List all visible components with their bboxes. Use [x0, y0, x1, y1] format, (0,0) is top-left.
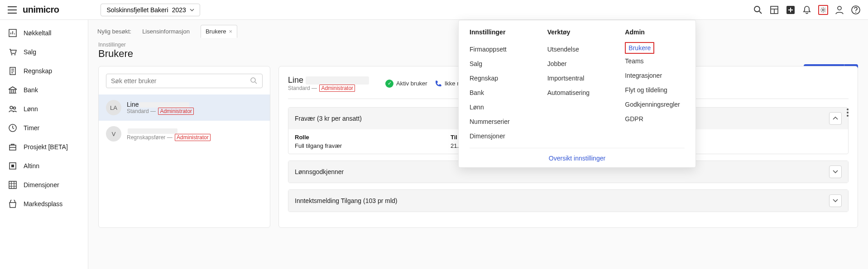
detail-name: Line [288, 76, 369, 85]
svg-point-12 [14, 107, 16, 109]
settings-dropdown: Innstillinger Firmaoppsett Salg Regnskap… [458, 20, 696, 168]
dropdown-link[interactable]: Firmaoppsett [470, 42, 529, 57]
dropdown-link[interactable]: GDPR [625, 112, 685, 126]
cart-icon [8, 48, 17, 56]
logo: unimicro [23, 5, 59, 15]
sidebar-item-nokkeltall[interactable]: Nøkkeltall [0, 24, 88, 42]
dropdown-col-title: Admin [625, 28, 685, 36]
svg-point-20 [847, 112, 849, 113]
dropdown-link[interactable]: Flyt og tildeling [625, 83, 685, 97]
search-input[interactable] [111, 77, 250, 85]
dropdown-link[interactable]: Bank [470, 85, 529, 100]
hamburger-icon[interactable] [7, 5, 17, 15]
user-icon[interactable] [834, 5, 844, 15]
sidebar-item-dimensjoner[interactable]: Dimensjoner [0, 175, 88, 194]
dropdown-col-verktoy: Verktøy Utsendelse Jobber Importsentral … [547, 28, 607, 143]
search-icon [250, 77, 258, 85]
svg-point-18 [251, 78, 255, 82]
dropdown-col-innstillinger: Innstillinger Firmaoppsett Salg Regnskap… [470, 28, 529, 143]
dropdown-footer-link[interactable]: Oversikt innstillinger [549, 155, 605, 162]
user-list-item[interactable]: LA Line Standard — Administrator [99, 94, 270, 121]
dropdown-link[interactable]: Lønn [470, 100, 529, 114]
close-icon[interactable]: × [229, 28, 232, 35]
dropdown-link[interactable]: Teams [625, 54, 685, 68]
col-label: Til [451, 134, 459, 141]
dropdown-link[interactable]: Nummerserier [470, 114, 529, 129]
help-icon[interactable] [851, 5, 861, 15]
section-header[interactable]: Inntektsmelding Tilgang (103 pr mld) [288, 190, 848, 212]
search-input-wrap[interactable] [106, 74, 263, 88]
sidebar-item-lonn[interactable]: Lønn [0, 99, 88, 118]
dropdown-col-admin: Admin Brukere Teams Integrasjoner Flyt o… [625, 28, 685, 143]
dropdown-col-title: Innstillinger [470, 28, 529, 36]
sidebar-item-prosjekt[interactable]: Prosjekt [BETA] [0, 137, 88, 156]
search-icon[interactable] [753, 5, 763, 15]
company-name: Solskinnsfjellet Bakeri [106, 6, 168, 14]
sidebar-item-label: Nøkkeltall [24, 29, 51, 37]
chevron-down-icon [190, 9, 194, 11]
sidebar-item-markedsplass[interactable]: Markedsplass [0, 194, 88, 213]
more-icon[interactable] [846, 108, 849, 117]
bell-icon[interactable] [802, 5, 812, 15]
dropdown-link[interactable]: Regnskap [470, 71, 529, 85]
user-name [127, 127, 211, 134]
gear-icon[interactable] [818, 5, 828, 15]
dropdown-link[interactable]: Importsentral [547, 71, 607, 85]
phone-icon [435, 80, 442, 87]
tab-lisensinformasjon[interactable]: Lisensinformasjon [138, 25, 194, 38]
status-active: ✓ Aktiv bruker [385, 80, 427, 88]
sidebar-item-label: Lønn [24, 105, 38, 113]
dropdown-link[interactable]: Jobber [547, 57, 607, 71]
sidebar-item-altinn[interactable]: Altinn [0, 156, 88, 175]
expand-button[interactable] [829, 165, 842, 178]
sidebar-item-label: Prosjekt [BETA] [24, 143, 68, 151]
dashboard-icon [8, 29, 17, 37]
collapse-button[interactable] [829, 112, 842, 125]
calculator-icon[interactable] [769, 5, 779, 15]
expand-button[interactable] [829, 194, 842, 207]
admin-badge: Administrator [175, 134, 211, 141]
tab-brukere[interactable]: Brukere× [201, 25, 237, 38]
dropdown-link[interactable]: Godkjenningsregler [625, 97, 685, 112]
svg-point-0 [754, 6, 760, 12]
dropdown-link[interactable]: Dimensjoner [470, 129, 529, 143]
sidebar-item-label: Bank [24, 86, 38, 94]
sidebar-item-label: Timer [24, 124, 39, 132]
user-subtitle: Standard — Administrator [127, 108, 194, 114]
people-icon [8, 105, 17, 113]
svg-point-3 [822, 9, 824, 10]
admin-badge: Administrator [158, 108, 194, 115]
briefcase-icon [8, 143, 17, 151]
dropdown-link[interactable]: Utsendelse [547, 42, 607, 57]
user-list-item[interactable]: V Regnskapsfører — Administrator [99, 121, 270, 147]
avatar: V [106, 126, 121, 142]
svg-rect-16 [11, 165, 14, 167]
recent-label: Nylig besøkt: [97, 28, 131, 35]
svg-rect-17 [9, 181, 16, 189]
shop-icon [8, 200, 17, 208]
user-list-panel: LA Line Standard — Administrator V Regns… [98, 66, 270, 228]
altinn-icon [8, 162, 17, 170]
user-name: Line [127, 101, 194, 108]
sidebar-item-regnskap[interactable]: Regnskap [0, 61, 88, 80]
detail-subtitle: Standard — Administrator [288, 85, 369, 91]
top-bar: unimicro Solskinnsfjellet Bakeri 2023 [0, 0, 868, 20]
sidebar-item-salg[interactable]: Salg [0, 42, 88, 61]
add-icon[interactable] [786, 5, 796, 15]
dropdown-link[interactable]: Salg [470, 57, 529, 71]
svg-point-19 [847, 109, 849, 110]
sidebar-item-timer[interactable]: Timer [0, 118, 88, 137]
company-selector[interactable]: Solskinnsfjellet Bakeri 2023 [101, 4, 200, 16]
sidebar: Nøkkeltall Salg Regnskap Bank Lønn Timer… [0, 20, 88, 269]
dropdown-link[interactable]: Automatisering [547, 85, 607, 100]
svg-point-8 [11, 54, 13, 56]
grid-icon [8, 181, 17, 189]
sidebar-item-bank[interactable]: Bank [0, 80, 88, 99]
clock-icon [8, 124, 17, 132]
sidebar-item-label: Regnskap [24, 67, 52, 75]
company-year: 2023 [172, 6, 186, 14]
dropdown-link[interactable]: Integrasjoner [625, 68, 685, 83]
dropdown-link-brukere[interactable]: Brukere [625, 42, 654, 54]
col-value: 21. [451, 142, 459, 149]
col-label: Rolle [295, 134, 342, 141]
